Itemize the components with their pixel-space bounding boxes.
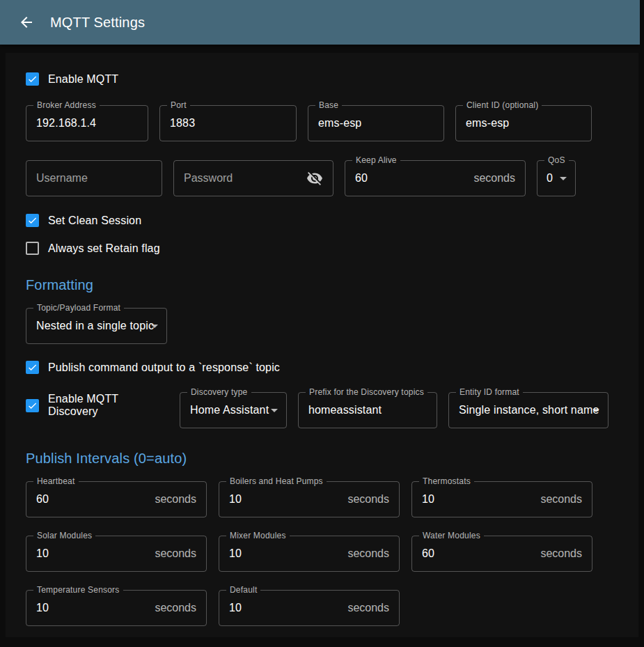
solar-interval-field[interactable]: Solar Modules 10 seconds <box>26 536 207 572</box>
retain-flag-label: Always set Retain flag <box>48 242 160 255</box>
keep-alive-unit: seconds <box>473 172 515 185</box>
arrow-left-icon <box>18 14 35 31</box>
keep-alive-field[interactable]: Keep Alive 60 seconds <box>345 160 526 196</box>
port-field[interactable]: Port 1883 <box>159 105 297 141</box>
username-placeholder: Username <box>36 172 152 185</box>
discovery-row: Enable MQTT Discovery Discovery type Hom… <box>26 392 618 428</box>
default-value: 10 <box>229 602 342 614</box>
username-field[interactable]: Username <box>26 160 162 196</box>
entity-id-format-select[interactable]: Entity ID format Single instance, short … <box>448 392 608 428</box>
solar-label: Solar Modules <box>33 531 95 540</box>
discovery-type-select[interactable]: Discovery type Home Assistant <box>180 392 287 428</box>
enable-mqtt-label: Enable MQTT <box>48 73 118 86</box>
water-interval-field[interactable]: Water Modules 60 seconds <box>411 536 592 572</box>
boilers-interval-field[interactable]: Boilers and Heat Pumps 10 seconds <box>219 481 400 517</box>
check-icon <box>27 361 38 373</box>
base-value: ems-esp <box>318 117 434 130</box>
broker-address-label: Broker Address <box>33 100 100 110</box>
mixer-value: 10 <box>229 547 342 560</box>
mixer-interval-field[interactable]: Mixer Modules 10 seconds <box>219 536 400 572</box>
enable-discovery-checkbox[interactable] <box>26 399 39 412</box>
topic-format-value: Nested in a single topic <box>36 320 157 332</box>
enable-discovery-row: Enable MQTT Discovery <box>26 393 168 418</box>
interval-unit: seconds <box>540 547 582 560</box>
check-icon <box>27 400 38 412</box>
thermostats-label: Thermostats <box>419 476 474 486</box>
discovery-type-label: Discovery type <box>187 387 251 397</box>
qos-label: QoS <box>544 155 569 165</box>
mqtt-settings-page: MQTT Settings Enable MQTT Broker Address… <box>0 0 644 637</box>
solar-value: 10 <box>36 547 149 560</box>
temperature-value: 10 <box>36 602 149 614</box>
enable-discovery-label: Enable MQTT Discovery <box>48 393 168 418</box>
thermostats-value: 10 <box>422 493 535 506</box>
topic-format-select[interactable]: Topic/Payload Format Nested in a single … <box>26 308 167 344</box>
mixer-label: Mixer Modules <box>226 531 290 540</box>
publish-response-row: Publish command output to a `response` t… <box>26 361 618 374</box>
password-field[interactable]: Password <box>173 160 333 196</box>
chevron-down-icon <box>146 318 163 334</box>
keep-alive-label: Keep Alive <box>352 155 400 165</box>
entity-id-format-label: Entity ID format <box>456 387 523 397</box>
retain-flag-row: Always set Retain flag <box>26 242 618 255</box>
visibility-off-icon <box>306 170 323 187</box>
broker-address-value: 192.168.1.4 <box>36 117 138 130</box>
heartbeat-label: Heartbeat <box>33 476 79 486</box>
scrollbar[interactable] <box>640 0 644 647</box>
temperature-label: Temperature Sensors <box>33 585 123 595</box>
topic-format-row: Topic/Payload Format Nested in a single … <box>26 308 618 344</box>
check-icon <box>27 73 38 85</box>
client-id-field[interactable]: Client ID (optional) ems-esp <box>455 105 592 141</box>
publish-intervals-heading: Publish Intervals (0=auto) <box>26 451 618 467</box>
boilers-label: Boilers and Heat Pumps <box>226 476 327 486</box>
chevron-down-icon <box>266 402 283 419</box>
discovery-prefix-field[interactable]: Prefix for the Discovery topics homeassi… <box>298 392 437 428</box>
publish-response-label: Publish command output to a `response` t… <box>48 361 280 374</box>
entity-id-format-value: Single instance, short name <box>459 404 604 416</box>
default-label: Default <box>226 585 260 595</box>
toggle-password-visibility-button[interactable] <box>306 170 323 187</box>
interval-unit: seconds <box>155 547 196 560</box>
interval-unit: seconds <box>347 493 389 506</box>
client-id-value: ems-esp <box>466 117 581 130</box>
credentials-row: Username Password Keep Alive 60 seconds … <box>26 160 618 196</box>
set-clean-session-checkbox[interactable] <box>26 214 39 227</box>
client-id-label: Client ID (optional) <box>463 100 542 110</box>
interval-unit: seconds <box>155 602 196 614</box>
clean-session-label: Set Clean Session <box>48 215 141 227</box>
base-label: Base <box>315 100 342 110</box>
chevron-down-icon <box>555 170 572 187</box>
heartbeat-interval-field[interactable]: Heartbeat 60 seconds <box>26 481 207 517</box>
interval-unit: seconds <box>347 602 389 614</box>
water-value: 60 <box>422 547 535 560</box>
discovery-prefix-label: Prefix for the Discovery topics <box>306 387 427 397</box>
topic-format-label: Topic/Payload Format <box>33 303 124 313</box>
formatting-heading: Formatting <box>26 277 618 293</box>
page-title: MQTT Settings <box>50 15 145 31</box>
keep-alive-value: 60 <box>355 172 468 185</box>
broker-settings-row: Broker Address 192.168.1.4 Port 1883 Bas… <box>26 105 618 141</box>
heartbeat-value: 60 <box>36 493 149 506</box>
enable-mqtt-checkbox[interactable] <box>26 72 39 86</box>
water-label: Water Modules <box>419 531 484 540</box>
enable-mqtt-row: Enable MQTT <box>26 72 618 86</box>
qos-select[interactable]: QoS 0 <box>537 160 576 196</box>
clean-session-row: Set Clean Session <box>26 214 618 227</box>
back-button[interactable] <box>14 10 39 35</box>
port-value: 1883 <box>170 117 286 130</box>
publish-response-checkbox[interactable] <box>26 361 39 374</box>
check-icon <box>27 215 38 226</box>
base-field[interactable]: Base ems-esp <box>308 105 444 141</box>
discovery-prefix-value: homeassistant <box>308 404 427 416</box>
publish-intervals-grid: Heartbeat 60 seconds Boilers and Heat Pu… <box>26 481 618 626</box>
boilers-value: 10 <box>229 493 342 506</box>
broker-address-field[interactable]: Broker Address 192.168.1.4 <box>26 105 148 141</box>
thermostats-interval-field[interactable]: Thermostats 10 seconds <box>411 481 592 517</box>
retain-flag-checkbox[interactable] <box>26 242 39 255</box>
default-interval-field[interactable]: Default 10 seconds <box>219 590 400 626</box>
password-placeholder: Password <box>184 172 306 185</box>
interval-unit: seconds <box>540 493 582 506</box>
interval-unit: seconds <box>155 493 196 506</box>
interval-unit: seconds <box>347 547 389 560</box>
temperature-interval-field[interactable]: Temperature Sensors 10 seconds <box>26 590 207 626</box>
